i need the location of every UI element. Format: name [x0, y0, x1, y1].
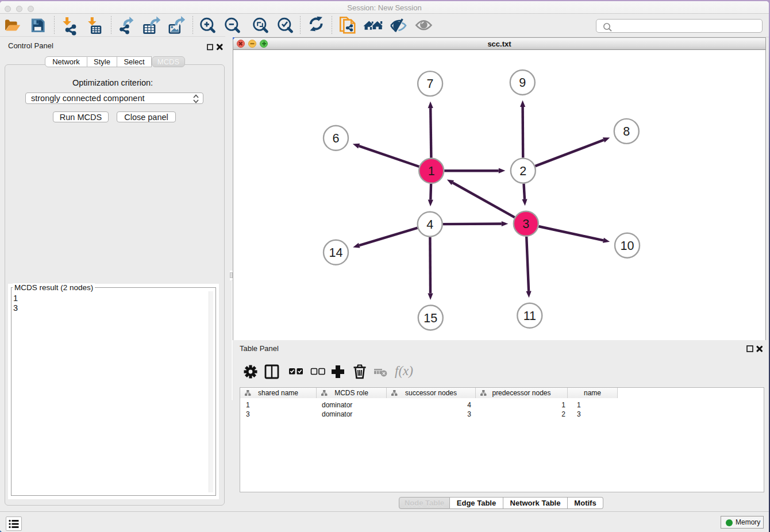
- svg-text:2: 2: [519, 164, 526, 178]
- svg-text:1: 1: [428, 164, 435, 178]
- svg-text:14: 14: [329, 246, 343, 260]
- svg-text:8: 8: [623, 125, 630, 138]
- svg-text:15: 15: [424, 311, 437, 325]
- svg-text:3: 3: [522, 217, 529, 231]
- svg-text:6: 6: [333, 132, 340, 145]
- svg-text:9: 9: [519, 76, 526, 90]
- svg-text:f(x): f(x): [395, 364, 413, 378]
- svg-text:11: 11: [523, 309, 536, 323]
- svg-text:10: 10: [621, 239, 634, 253]
- svg-text:7: 7: [427, 77, 434, 91]
- svg-text:4: 4: [426, 218, 433, 232]
